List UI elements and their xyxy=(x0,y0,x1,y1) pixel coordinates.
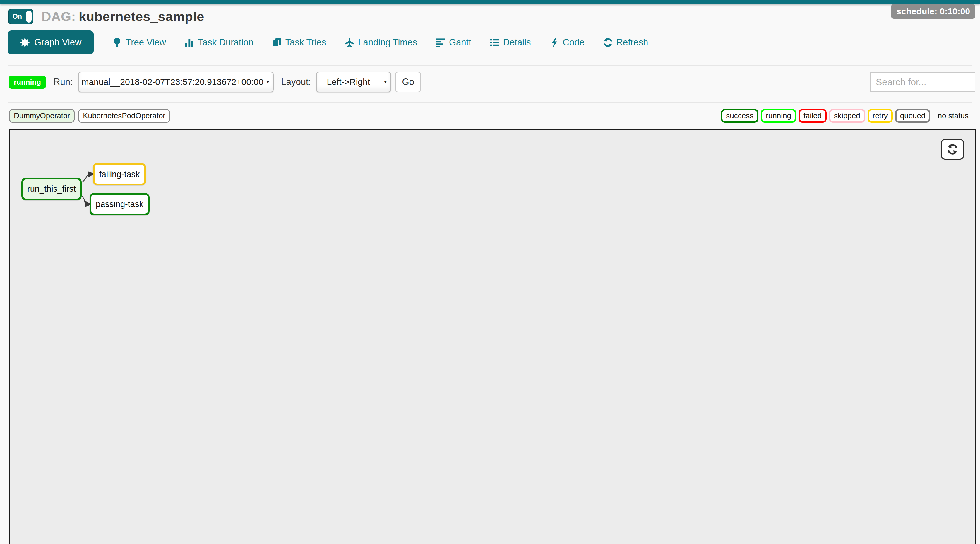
edge-run-this-first-to-failing-task xyxy=(82,174,89,182)
dag-name: kubernetes_sample xyxy=(79,9,204,24)
graph-refresh-button[interactable] xyxy=(941,139,964,159)
list-icon xyxy=(490,38,500,47)
tab-task-duration[interactable]: Task Duration xyxy=(185,37,253,48)
tab-label: Task Duration xyxy=(198,37,253,48)
run-status-badge: running xyxy=(9,76,46,89)
refresh-icon xyxy=(603,38,612,47)
tab-label: Tree View xyxy=(126,37,166,48)
dag-graph-canvas[interactable]: run_this_first failing-task passing-task xyxy=(9,129,976,544)
schedule-badge: schedule: 0:10:00 xyxy=(891,4,975,19)
layout-label: Layout: xyxy=(281,77,311,87)
layout-select[interactable]: Left->Right ▼ xyxy=(316,72,391,92)
status-legend-queued[interactable]: queued xyxy=(895,109,931,122)
run-label: Run: xyxy=(54,77,73,87)
status-legend-skipped[interactable]: skipped xyxy=(829,109,865,122)
dag-header: On DAG:kubernetes_sample xyxy=(8,9,974,24)
run-select-value: manual__2018-02-07T23:57:20.913672+00:00 xyxy=(79,77,262,87)
view-tabs: Graph View Tree View Task Duration Task … xyxy=(8,30,648,54)
tab-label: Landing Times xyxy=(358,37,417,48)
edge-run-this-first-to-passing-task xyxy=(82,196,86,204)
dag-on-off-toggle[interactable]: On xyxy=(8,9,33,24)
tab-label: Code xyxy=(563,37,585,48)
task-node-failing-task[interactable]: failing-task xyxy=(93,163,146,185)
tab-tree-view[interactable]: Tree View xyxy=(112,37,166,48)
operator-legend-kubernetespodoperator: KubernetesPodOperator xyxy=(78,109,170,123)
tree-icon xyxy=(112,38,122,47)
status-legend-success[interactable]: success xyxy=(721,109,759,122)
tab-code[interactable]: Code xyxy=(550,37,585,48)
tab-label: Details xyxy=(503,37,531,48)
copy-icon xyxy=(272,38,282,47)
chevron-down-icon: ▼ xyxy=(262,72,273,92)
bar-chart-icon xyxy=(185,38,194,47)
status-legend-no-status: no status xyxy=(932,109,974,122)
tab-gantt[interactable]: Gantt xyxy=(436,37,471,48)
tab-task-tries[interactable]: Task Tries xyxy=(272,37,326,48)
tab-landing-times[interactable]: Landing Times xyxy=(345,37,417,48)
divider xyxy=(8,102,972,103)
align-left-icon xyxy=(436,38,445,47)
top-navbar xyxy=(0,0,980,4)
status-legend-retry[interactable]: retry xyxy=(868,109,893,122)
tab-graph-view[interactable]: Graph View xyxy=(8,30,94,54)
tab-refresh[interactable]: Refresh xyxy=(603,37,648,48)
tab-label: Graph View xyxy=(34,37,81,48)
page-title: DAG:kubernetes_sample xyxy=(41,9,204,24)
tab-label: Refresh xyxy=(616,37,648,48)
plane-icon xyxy=(345,38,354,47)
search-input[interactable] xyxy=(870,72,975,92)
bolt-icon xyxy=(550,38,559,47)
divider xyxy=(8,65,972,66)
dag-prefix-label: DAG: xyxy=(41,9,76,24)
legend-row: DummyOperator KubernetesPodOperator succ… xyxy=(9,109,974,122)
chevron-down-icon: ▼ xyxy=(380,72,390,92)
tab-label: Task Tries xyxy=(285,37,326,48)
run-select[interactable]: manual__2018-02-07T23:57:20.913672+00:00… xyxy=(78,72,274,92)
operator-legend-dummyoperator: DummyOperator xyxy=(9,109,75,123)
refresh-icon xyxy=(947,144,958,155)
status-legend-failed[interactable]: failed xyxy=(799,109,827,122)
status-legend-running[interactable]: running xyxy=(761,109,796,122)
task-node-run-this-first[interactable]: run_this_first xyxy=(21,178,82,200)
layout-select-value: Left->Right xyxy=(317,77,380,87)
go-button[interactable]: Go xyxy=(395,72,421,92)
task-node-passing-task[interactable]: passing-task xyxy=(89,193,150,215)
tab-label: Gantt xyxy=(449,37,471,48)
toggle-on-label: On xyxy=(13,13,22,21)
sunburst-icon xyxy=(20,38,30,48)
run-controls: running Run: manual__2018-02-07T23:57:20… xyxy=(9,72,975,92)
tab-details[interactable]: Details xyxy=(490,37,531,48)
toggle-handle xyxy=(26,11,32,22)
